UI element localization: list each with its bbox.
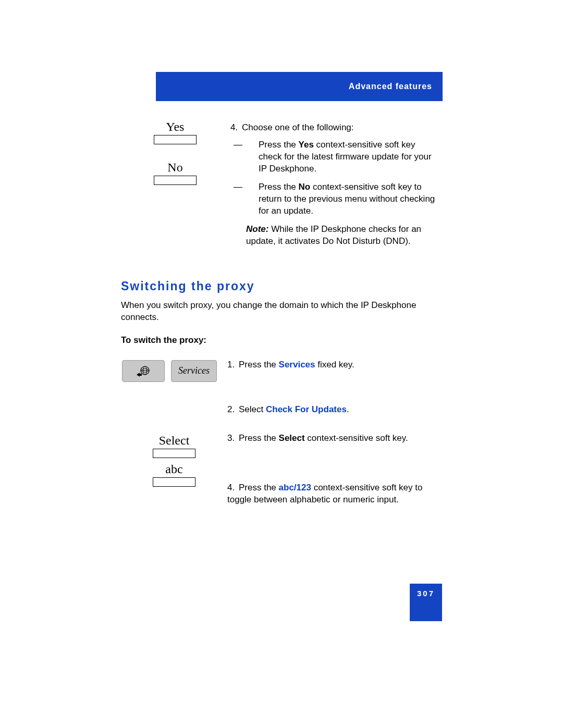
softkey-yes-block: Yes xyxy=(154,120,197,144)
step4-note: Note: While the IP Deskphone checks for … xyxy=(246,224,439,248)
softkey-no-button xyxy=(154,176,197,185)
step4-intro: Choose one of the following: xyxy=(242,122,354,132)
globe-key-icon xyxy=(122,360,165,382)
softkey-no-block: No xyxy=(154,161,197,185)
softkey-yes-button xyxy=(154,135,197,144)
services-link: Services xyxy=(279,360,315,369)
step-number: 4. xyxy=(230,122,242,134)
page-number-box: 307 xyxy=(410,584,442,621)
page-content: Yes No 4.Choose one of the following: —P… xyxy=(121,120,444,523)
procedure-heading: To switch the proxy: xyxy=(121,335,444,346)
softkey-no-label: No xyxy=(154,161,197,175)
softkey-abc-label: abc xyxy=(148,462,200,476)
header-title: Advanced features xyxy=(349,82,432,91)
procedure-steps: Services 1.Press the Services fixed key.… xyxy=(121,358,444,523)
step-row-1: Services 1.Press the Services fixed key. xyxy=(122,359,443,403)
step-row-3: Select 3.Press the Select context-sensit… xyxy=(122,433,443,460)
step-row-2: 2.Select Check For Updates. xyxy=(122,404,443,431)
header-bar: Advanced features xyxy=(156,72,443,101)
services-key-graphic: Services xyxy=(122,360,226,382)
page-number: 307 xyxy=(417,589,435,598)
abc-123-link: abc/123 xyxy=(279,483,311,492)
softkey-select-button xyxy=(153,449,195,458)
step-row-4: abc 4.Press the abc/123 context-sensitiv… xyxy=(122,461,443,522)
section-heading-switching-proxy: Switching the proxy xyxy=(121,279,444,293)
services-key-label: Services xyxy=(171,360,217,382)
step4-bullet1: —Press the Yes context-sensitive soft ke… xyxy=(246,139,439,175)
softkey-select-block: Select xyxy=(148,434,200,458)
softkey-abc-block: abc xyxy=(148,462,200,487)
softkey-yes-label: Yes xyxy=(154,120,197,134)
section-intro: When you switch proxy, you change the do… xyxy=(121,300,444,324)
step4-bullet2: —Press the No context-sensitive soft key… xyxy=(246,181,439,217)
softkey-abc-button xyxy=(153,477,195,487)
softkey-select-label: Select xyxy=(148,434,200,448)
globe-arrow-icon xyxy=(136,365,151,377)
step4-block: 4.Choose one of the following: —Press th… xyxy=(230,122,439,247)
check-for-updates-link: Check For Updates xyxy=(266,404,347,414)
